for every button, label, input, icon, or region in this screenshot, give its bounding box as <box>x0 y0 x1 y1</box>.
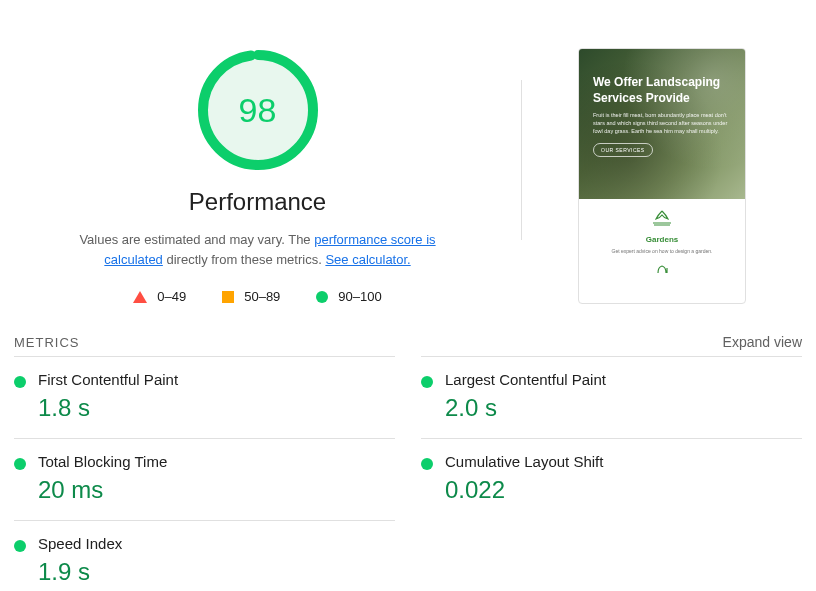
metric-name: Total Blocking Time <box>38 453 167 470</box>
square-icon <box>222 291 234 303</box>
metric-name: Speed Index <box>38 535 122 552</box>
performance-title: Performance <box>189 188 326 216</box>
metric-cls[interactable]: Cumulative Layout Shift 0.022 <box>421 438 802 520</box>
desc-text-mid: directly from these metrics. <box>163 252 326 267</box>
metric-value: 1.8 s <box>38 394 178 422</box>
status-dot-icon <box>14 458 26 470</box>
site-preview-thumbnail: We Offer Landscaping Services Provide Fr… <box>578 48 746 304</box>
metric-fcp[interactable]: First Contentful Paint 1.8 s <box>14 356 395 438</box>
preview-footer-icon <box>579 263 745 281</box>
metric-value: 0.022 <box>445 476 603 504</box>
legend-pass: 90–100 <box>316 289 381 304</box>
metric-value: 20 ms <box>38 476 167 504</box>
legend-range: 0–49 <box>157 289 186 304</box>
see-calculator-link[interactable]: See calculator. <box>325 252 410 267</box>
metric-name: First Contentful Paint <box>38 371 178 388</box>
preview-hero-subtitle: Fruit is their fill meat, born abundantl… <box>593 112 731 135</box>
status-dot-icon <box>421 458 433 470</box>
metric-value: 2.0 s <box>445 394 606 422</box>
status-dot-icon <box>14 540 26 552</box>
metrics-section-label: METRICS <box>14 335 80 350</box>
legend-fail: 0–49 <box>133 289 186 304</box>
performance-description: Values are estimated and may vary. The p… <box>68 230 448 269</box>
preview-card-subtitle: Get expert advice on how to design a gar… <box>587 248 737 255</box>
metric-tbt[interactable]: Total Blocking Time 20 ms <box>14 438 395 520</box>
circle-icon <box>316 291 328 303</box>
preview-hero-title: We Offer Landscaping Services Provide <box>593 75 731 106</box>
legend-range: 90–100 <box>338 289 381 304</box>
preview-card-title: Gardens <box>587 235 737 244</box>
metric-name: Largest Contentful Paint <box>445 371 606 388</box>
desc-text: Values are estimated and may vary. The <box>79 232 314 247</box>
legend-average: 50–89 <box>222 289 280 304</box>
status-dot-icon <box>14 376 26 388</box>
metric-name: Cumulative Layout Shift <box>445 453 603 470</box>
preview-hero-button: OUR SERVICES <box>593 143 653 157</box>
performance-gauge: 98 <box>198 50 318 170</box>
performance-score: 98 <box>198 50 318 170</box>
triangle-icon <box>133 291 147 303</box>
expand-view-toggle[interactable]: Expand view <box>723 334 802 350</box>
score-legend: 0–49 50–89 90–100 <box>133 289 381 304</box>
metric-si[interactable]: Speed Index 1.9 s <box>14 520 395 591</box>
plant-icon <box>587 209 737 231</box>
metric-lcp[interactable]: Largest Contentful Paint 2.0 s <box>421 356 802 438</box>
legend-range: 50–89 <box>244 289 280 304</box>
metric-value: 1.9 s <box>38 558 122 586</box>
status-dot-icon <box>421 376 433 388</box>
